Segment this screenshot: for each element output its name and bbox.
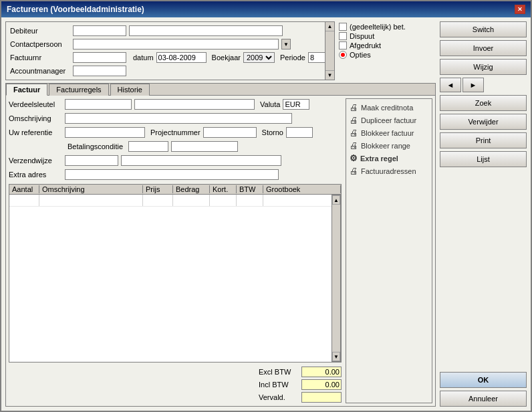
td [210,195,237,206]
right-panel: Switch Invoer Wijzig ◄ ► Zoek Verwijder … [440,21,527,407]
betalingsconditie-input2[interactable] [171,141,238,152]
debiteur-input2[interactable] [129,25,283,36]
col-prijs: Prijs [143,185,173,193]
referentie-row: Uw referentie Projectnummer Storno [9,126,342,138]
afgedrukt-label: Afgedrukt [350,41,381,49]
storno-input[interactable] [286,127,313,138]
col-kort: Kort. [210,185,237,193]
print-button[interactable]: Print [440,132,527,148]
verzendwijze-label: Verzendwijze [9,157,62,165]
datum-input[interactable] [156,52,207,63]
titlebar: Factureren (Voorbeeldadministratie) ✕ [1,1,531,17]
table-row [9,195,331,207]
opties-label: Opties [350,51,371,59]
extra-adres-input[interactable] [65,169,279,180]
uw-referentie-input[interactable] [65,127,145,138]
verzendwijze-input1[interactable] [65,155,118,166]
afgedrukt-checkbox[interactable] [339,41,347,49]
dupliceer-factuur-btn[interactable]: 🖨 Dupliceer factuur [349,114,429,126]
factuurnr-input[interactable] [73,52,126,63]
annuleer-button[interactable]: Annuleer [440,391,527,407]
projectnummer-input[interactable] [203,127,257,138]
tab-factuur[interactable]: Factuur [6,84,47,96]
debiteur-label: Debiteur [10,27,70,35]
dispuut-checkbox[interactable] [339,32,347,40]
betalingsconditie-input1[interactable] [128,141,168,152]
contactpersoon-input[interactable] [73,39,279,49]
boekjaar-select[interactable]: 2009 [243,52,275,63]
nav-buttons: ◄ ► [440,78,527,92]
prev-button[interactable]: ◄ [440,78,461,92]
blokkeer-factuur-label: Blokkeer factuur [361,129,414,137]
totals-area: Excl BTW 0.00 Incl BTW 0.00 Vervald. [259,366,342,403]
incl-btw-row: Incl BTW 0.00 [259,379,342,391]
tab-actions: 🖨 Maak creditnota 🖨 Dupliceer factuur 🖨 … [346,98,432,403]
table-rows [9,195,331,362]
verzendwijze-input2[interactable] [121,155,281,166]
uw-referentie-label: Uw referentie [9,128,62,136]
debiteur-input1[interactable] [73,25,126,36]
valuta-input[interactable] [283,99,309,110]
verdeelsleutel-input1[interactable] [65,99,132,110]
table-scroll-down[interactable]: ▼ [332,352,340,361]
td [9,195,39,206]
lijst-button[interactable]: Lijst [440,151,527,167]
td [173,195,210,206]
factuuradressen-btn[interactable]: 🖨 Factuuradressen [349,165,429,177]
factuurnr-row: Factuurnr datum Boekjaar 2009 Periode [10,51,330,64]
omschrijving-input[interactable] [65,113,292,124]
verdeelsleutel-input2[interactable] [134,99,255,110]
vervald-label: Vervald. [259,393,299,401]
td [39,195,143,206]
factuurnr-label: Factuurnr [10,54,70,62]
col-aantal: Aantal [9,185,39,193]
table-scroll-thumb[interactable] [332,205,340,352]
invoer-button[interactable]: Invoer [440,40,527,56]
blokkeer-factuur-btn[interactable]: 🖨 Blokkeer factuur [349,127,429,138]
verwijder-button[interactable]: Verwijder [440,114,527,130]
extra-regel-btn[interactable]: ⚙ Extra regel [349,152,429,164]
tab-factuurregels[interactable]: Factuurregels [49,84,108,96]
invoice-table: Aantal Omschrijving Prijs Bedrag Kort. B… [9,184,342,363]
blokkeer-range-btn[interactable]: 🖨 Blokkeer range [349,140,429,151]
window-title: Factureren (Voorbeeldadministratie) [7,5,144,14]
ok-button[interactable]: OK [440,372,527,388]
omschrijving-row: Omschrijving [9,112,342,124]
form-scrollbar: ▲ ▼ [325,22,334,80]
omschrijving-label: Omschrijving [9,114,62,122]
wijzig-button[interactable]: Wijzig [440,59,527,75]
top-form: Debiteur Contactpersoon ▼ Factuurnr [5,21,335,80]
scroll-track [325,31,334,70]
next-button[interactable]: ► [462,78,484,92]
accountmanager-label: Accountmanager [10,67,70,75]
gedeeltelijk-checkbox[interactable] [339,23,347,31]
table-scrollbar: ▲ ▼ [331,195,341,362]
close-button[interactable]: ✕ [515,5,525,14]
dispuut-row: Dispuut [339,32,436,40]
betalingsconditie-row: Betalingsconditie [9,140,342,152]
main-area: Debiteur Contactpersoon ▼ Factuurnr [5,21,436,407]
td [237,195,263,206]
extra-regel-label: Extra regel [360,154,398,163]
opties-radio[interactable] [339,51,347,59]
afgedrukt-row: Afgedrukt [339,41,436,49]
table-scroll-up[interactable]: ▲ [332,195,340,205]
periode-label: Periode [280,54,305,62]
contactpersoon-dropdown[interactable]: ▼ [281,39,291,49]
zoek-button[interactable]: Zoek [440,95,527,111]
maak-creditnota-btn[interactable]: 🖨 Maak creditnota [349,102,429,113]
accountmanager-input[interactable] [73,66,126,76]
col-btw: BTW [237,185,263,193]
col-omschrijving: Omschrijving [39,185,143,193]
betalingsconditie-label: Betalingsconditie [68,142,123,150]
storno-label: Storno [262,128,283,136]
tab-left: Verdeelsleutel Valuta Omschrijving [9,98,342,403]
switch-button[interactable]: Switch [440,21,527,37]
scroll-down-arrow[interactable]: ▼ [325,70,334,80]
totals-panel: Excl BTW 0.00 Incl BTW 0.00 Vervald. [9,366,342,403]
scroll-up-arrow[interactable]: ▲ [325,22,334,31]
periode-input[interactable] [308,52,327,63]
valuta-label: Valuta [260,100,280,108]
tab-historie[interactable]: Historie [110,84,150,96]
excl-btw-label: Excl BTW [259,368,299,376]
